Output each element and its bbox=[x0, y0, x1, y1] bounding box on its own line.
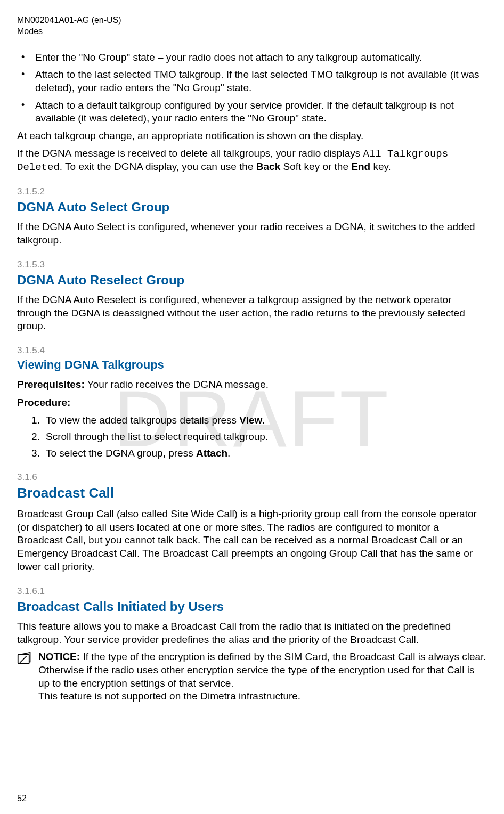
notice-text: NOTICE: If the type of the encryption is… bbox=[38, 650, 487, 703]
text: To select the DGNA group, press bbox=[46, 447, 196, 459]
section-number: 3.1.6 bbox=[17, 471, 487, 483]
paragraph: At each talkgroup change, an appropriate… bbox=[17, 129, 487, 143]
text: . bbox=[262, 414, 265, 426]
section-number: 3.1.5.4 bbox=[17, 345, 487, 356]
list-item: Scroll through the list to select requir… bbox=[43, 430, 487, 444]
section-title: Broadcast Call bbox=[17, 484, 487, 502]
paragraph: If the DGNA message is received to delet… bbox=[17, 147, 487, 174]
list-item: Attach to a default talkgroup configured… bbox=[17, 99, 487, 125]
paragraph: If the DGNA Auto Reselect is configured,… bbox=[17, 294, 487, 333]
list-item: Enter the "No Group" state – your radio … bbox=[17, 51, 487, 64]
section-number: 3.1.5.2 bbox=[17, 186, 487, 198]
section-number: 3.1.6.1 bbox=[17, 585, 487, 597]
text: This feature is not supported on the Dim… bbox=[38, 690, 300, 702]
procedure-list: To view the added talkgroups details pre… bbox=[17, 414, 487, 460]
text: If the type of the encryption is defined… bbox=[38, 651, 486, 688]
bullet-list: Enter the "No Group" state – your radio … bbox=[17, 51, 487, 125]
softkey-back: Back bbox=[256, 161, 280, 172]
prerequisites-label: Prerequisites: bbox=[17, 379, 85, 390]
paragraph: Broadcast Group Call (also called Site W… bbox=[17, 508, 487, 573]
svg-line-1 bbox=[20, 656, 26, 663]
button-view-ref: View bbox=[239, 414, 262, 426]
text: . bbox=[227, 447, 230, 459]
section-title: Broadcast Calls Initiated by Users bbox=[17, 598, 487, 615]
section-title: DGNA Auto Reselect Group bbox=[17, 272, 487, 288]
page-header: MN002041A01-AG (en-US) Modes bbox=[17, 15, 487, 37]
prerequisites-text: Your radio receives the DGNA message. bbox=[85, 379, 269, 390]
text: Soft key or the bbox=[280, 161, 351, 172]
page-number: 52 bbox=[17, 794, 27, 803]
text: If the DGNA message is received to delet… bbox=[17, 148, 363, 159]
list-item: To select the DGNA group, press Attach. bbox=[43, 447, 487, 460]
notice-block: NOTICE: If the type of the encryption is… bbox=[17, 650, 487, 703]
section-title: DGNA Auto Select Group bbox=[17, 199, 487, 215]
prerequisites-line: Prerequisites: Your radio receives the D… bbox=[17, 378, 487, 392]
chapter-name: Modes bbox=[17, 26, 487, 37]
text: To view the added talkgroups details pre… bbox=[46, 414, 239, 426]
doc-id: MN002041A01-AG (en-US) bbox=[17, 15, 487, 26]
list-item: To view the added talkgroups details pre… bbox=[43, 414, 487, 427]
section-number: 3.1.5.3 bbox=[17, 259, 487, 271]
text: . To exit the DGNA display, you can use … bbox=[60, 161, 256, 172]
list-item: Attach to the last selected TMO talkgrou… bbox=[17, 68, 487, 94]
key-end: End bbox=[351, 161, 370, 172]
text: key. bbox=[370, 161, 391, 172]
notice-icon bbox=[17, 652, 33, 670]
paragraph: If the DGNA Auto Select is configured, w… bbox=[17, 221, 487, 247]
button-attach-ref: Attach bbox=[196, 447, 227, 459]
procedure-label: Procedure: bbox=[17, 396, 487, 410]
notice-label: NOTICE: bbox=[38, 651, 80, 662]
section-title: Viewing DGNA Talkgroups bbox=[17, 357, 487, 373]
paragraph: This feature allows you to make a Broadc… bbox=[17, 620, 487, 646]
